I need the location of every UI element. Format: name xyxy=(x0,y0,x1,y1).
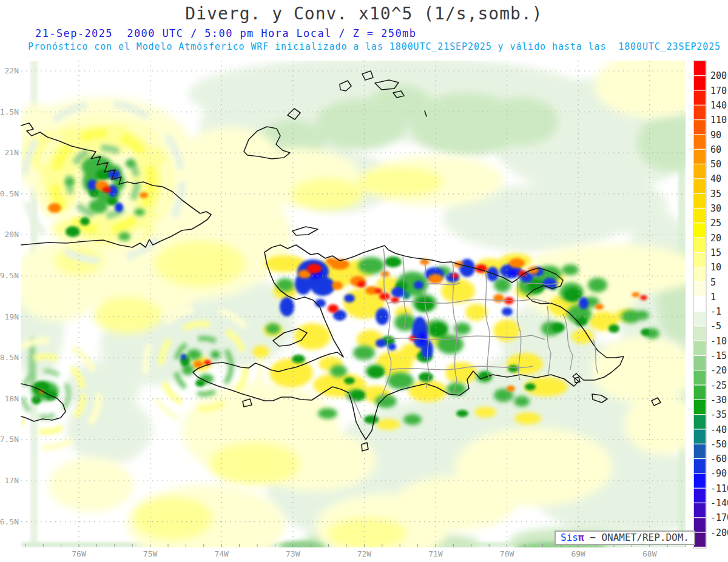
divergence-blob xyxy=(269,358,313,387)
divergence-blob xyxy=(508,365,519,372)
divergence-blob xyxy=(441,279,475,303)
colorbar-segment xyxy=(694,223,706,237)
colorbar-segment xyxy=(694,91,706,105)
colorbar-segment xyxy=(694,312,706,326)
divergence-blob xyxy=(344,377,355,384)
colorbar-tick-label: 90 xyxy=(710,130,721,141)
colorbar-tick-label: 30 xyxy=(710,203,721,214)
lon-tick-label: 75W xyxy=(143,549,158,558)
colorbar-segment xyxy=(694,489,706,503)
divergence-blob xyxy=(391,287,405,298)
divergence-blob xyxy=(507,386,515,392)
divergence-blob xyxy=(326,258,337,265)
lat-tick-label: 6.5N xyxy=(0,517,19,526)
divergence-blob xyxy=(89,199,108,213)
colorbar-tick-label: -110 xyxy=(710,483,728,494)
divergence-blob xyxy=(209,443,300,485)
lat-tick-label: 20N xyxy=(5,230,19,239)
colorbar-segment xyxy=(694,518,706,532)
colorbar-segment xyxy=(694,459,706,473)
colorbar-segment xyxy=(694,326,706,340)
lat-tick-label: 21N xyxy=(5,148,19,157)
divergence-blob xyxy=(140,192,148,198)
colorbar-segment xyxy=(694,267,706,281)
divergence-blob xyxy=(280,297,294,316)
shaded-field xyxy=(0,52,716,562)
divergence-blob xyxy=(134,209,145,216)
colorbar-segment xyxy=(694,179,706,193)
colorbar-tick-label: 35 xyxy=(710,189,721,199)
attribution-box: Sisπ − ONAMET/REP.DOM. xyxy=(554,530,695,545)
divergence-blob xyxy=(414,281,423,289)
divergence-blob xyxy=(344,294,355,303)
divergence-blob xyxy=(518,270,527,276)
divergence-blob xyxy=(307,264,322,273)
colorbar-segment xyxy=(694,430,706,444)
map-canvas: 22N1.5N21N0.5N20N9.5N19N8.5N18N7.5N17N6.… xyxy=(0,0,728,562)
divergence-blob xyxy=(542,278,557,289)
colorbar-segment xyxy=(694,370,706,384)
colorbar-tick-label: -60 xyxy=(710,453,727,464)
divergence-blob xyxy=(394,476,516,530)
divergence-blob xyxy=(48,203,61,213)
colorbar-tick-label: -35 xyxy=(710,409,727,420)
divergence-blob xyxy=(330,365,347,377)
colorbar-segment xyxy=(694,253,706,267)
divergence-blob xyxy=(328,518,406,549)
colorbar-tick-label: 170 xyxy=(710,85,727,96)
wrf-divergence-chart: 22N1.5N21N0.5N20N9.5N19N8.5N18N7.5N17N6.… xyxy=(0,0,728,562)
colorbar-segment xyxy=(694,356,706,370)
divergence-blob xyxy=(451,273,459,278)
lat-tick-label: 1.5N xyxy=(0,107,19,116)
colorbar-tick-label: 10 xyxy=(710,262,721,273)
colorbar-tick-label: 15 xyxy=(710,247,721,258)
divergence-blob xyxy=(126,160,135,167)
divergence-blob xyxy=(370,85,431,121)
lat-tick-label: 22N xyxy=(5,66,19,75)
divergence-blob xyxy=(485,97,558,146)
colorbar-segment xyxy=(694,473,706,487)
divergence-blob xyxy=(318,408,337,419)
divergence-blob xyxy=(195,380,205,387)
divergence-blob xyxy=(103,187,111,193)
divergence-blob xyxy=(403,414,422,425)
colorbar-tick-label: -20 xyxy=(710,365,727,376)
divergence-blob xyxy=(564,288,581,301)
lon-tick-label: 70W xyxy=(500,549,514,558)
colorbar-segment xyxy=(694,503,706,517)
divergence-blob xyxy=(32,396,41,404)
divergence-blob xyxy=(387,372,414,389)
divergence-blob xyxy=(358,167,443,196)
colorbar-tick-label: 140 xyxy=(710,100,727,111)
divergence-blob xyxy=(474,407,496,418)
colorbar-segment xyxy=(694,533,706,547)
divergence-blob xyxy=(376,419,400,430)
divergence-blob xyxy=(562,264,579,275)
divergence-blob xyxy=(525,383,536,390)
divergence-blob xyxy=(592,336,695,403)
lat-tick-label: 18N xyxy=(5,394,19,403)
colorbar-tick-label: -30 xyxy=(710,395,727,406)
divergence-blob xyxy=(364,415,379,424)
colorbar-tick-label: 25 xyxy=(710,218,721,229)
colorbar-segment xyxy=(694,238,706,252)
colorbar-segment xyxy=(694,61,706,75)
colorbar-tick-label: -15 xyxy=(710,350,727,361)
lon-tick-label: 71W xyxy=(428,549,443,558)
divergence-blob xyxy=(66,226,80,237)
colorbar-tick-label: -40 xyxy=(710,424,727,435)
colorbar-segment xyxy=(694,105,706,119)
divergence-blob xyxy=(558,179,667,233)
colorbar-segment xyxy=(694,120,706,134)
colorbar-tick-label: 40 xyxy=(710,173,721,184)
divergence-blob xyxy=(266,323,280,334)
chart-title: Diverg. y Conv. x10^5 (1/s,somb.) xyxy=(0,4,728,24)
divergence-blob xyxy=(493,294,504,303)
colorbar-tick-label: 5 xyxy=(710,277,716,288)
colorbar-segment xyxy=(694,150,706,164)
divergence-blob xyxy=(508,269,517,276)
divergence-blob xyxy=(579,297,588,309)
colorbar-tick-label: -25 xyxy=(710,380,727,391)
lat-tick-label: 19N xyxy=(5,312,19,321)
divergence-blob xyxy=(632,292,640,297)
